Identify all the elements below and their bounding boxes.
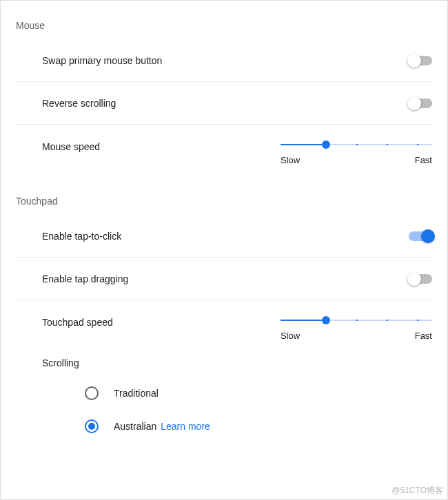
mouse-speed-label: Mouse speed <box>42 140 100 152</box>
reverse-scrolling-toggle[interactable] <box>409 98 432 108</box>
tap-dragging-label: Enable tap dragging <box>42 273 128 284</box>
tap-to-click-toggle[interactable] <box>409 231 432 241</box>
reverse-scrolling-row: Reverse scrolling <box>16 82 432 125</box>
touchpad-speed-slider[interactable] <box>281 315 432 325</box>
mouse-speed-slider[interactable] <box>281 140 432 149</box>
mouse-settings-list: Swap primary mouse button Reverse scroll… <box>1 39 447 169</box>
mouse-section-header: Mouse <box>1 14 447 39</box>
scroll-traditional-row[interactable]: Traditional <box>16 377 432 410</box>
touchpad-speed-fast-label: Fast <box>415 331 432 341</box>
tap-to-click-label: Enable tap-to-click <box>42 231 121 242</box>
touchpad-settings-list: Enable tap-to-click Enable tap dragging … <box>1 215 447 443</box>
touchpad-speed-slow-label: Slow <box>281 331 300 341</box>
touchpad-section-header: Touchpad <box>1 190 447 215</box>
watermark-text: @51CTO博客 <box>391 485 443 497</box>
scroll-learn-more-link[interactable]: Learn more <box>161 421 210 432</box>
tap-to-click-row: Enable tap-to-click <box>16 215 432 258</box>
scrolling-label: Scrolling <box>16 345 432 377</box>
touchpad-speed-label: Touchpad speed <box>42 315 113 328</box>
swap-primary-label: Swap primary mouse button <box>42 55 162 66</box>
scroll-australian-row[interactable]: Australian Learn more <box>16 410 432 443</box>
touchpad-speed-row: Touchpad speed Slow Fast <box>16 300 432 345</box>
swap-primary-row: Swap primary mouse button <box>16 39 432 82</box>
swap-primary-toggle[interactable] <box>409 56 432 65</box>
mouse-speed-fast-label: Fast <box>415 155 432 165</box>
mouse-speed-slow-label: Slow <box>281 155 300 165</box>
scroll-traditional-radio[interactable] <box>85 386 99 400</box>
scroll-australian-label: Australian <box>114 421 156 432</box>
tap-dragging-toggle[interactable] <box>409 274 432 284</box>
mouse-speed-row: Mouse speed Slow Fast <box>16 125 432 169</box>
scroll-traditional-label: Traditional <box>114 388 159 399</box>
tap-dragging-row: Enable tap dragging <box>16 258 432 300</box>
scroll-australian-radio[interactable] <box>85 419 99 433</box>
reverse-scrolling-label: Reverse scrolling <box>42 98 116 109</box>
